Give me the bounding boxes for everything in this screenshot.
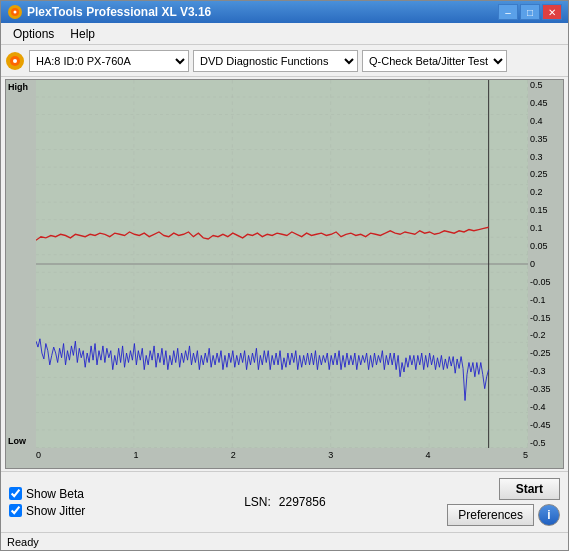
info-button[interactable]: i: [538, 504, 560, 526]
bottom-panel: Show Beta Show Jitter LSN: 2297856 Start…: [1, 471, 568, 532]
test-select[interactable]: Q-Check Beta/Jitter Test: [362, 50, 507, 72]
preferences-button[interactable]: Preferences: [447, 504, 534, 526]
svg-point-2: [14, 11, 17, 14]
show-jitter-checkbox[interactable]: [9, 504, 22, 517]
menu-options[interactable]: Options: [5, 25, 62, 43]
main-window: PlexTools Professional XL V3.16 – □ ✕ Op…: [0, 0, 569, 551]
show-jitter-checkbox-row[interactable]: Show Jitter: [9, 504, 228, 518]
show-jitter-label: Show Jitter: [26, 504, 85, 518]
chart-container: High Low 0.5 0.45 0.4 0.35 0.3 0.25 0.2 …: [5, 79, 564, 469]
maximize-button[interactable]: □: [520, 4, 540, 20]
lsn-value: 2297856: [279, 495, 326, 509]
window-controls: – □ ✕: [498, 4, 562, 20]
chart-drawing: [36, 80, 528, 448]
show-beta-checkbox-row[interactable]: Show Beta: [9, 487, 228, 501]
lsn-label: LSN:: [244, 495, 271, 509]
show-beta-label: Show Beta: [26, 487, 84, 501]
bottom-controls: Show Beta Show Jitter LSN: 2297856 Start…: [9, 478, 560, 526]
menu-bar: Options Help: [1, 23, 568, 45]
show-beta-checkbox[interactable]: [9, 487, 22, 500]
bottom-right: Start Preferences i: [447, 478, 560, 526]
drive-icon: [5, 51, 25, 71]
chart-area: High Low 0.5 0.45 0.4 0.35 0.3 0.25 0.2 …: [1, 77, 568, 471]
minimize-button[interactable]: –: [498, 4, 518, 20]
lsn-row: LSN: 2297856: [228, 495, 447, 509]
drive-select[interactable]: HA:8 ID:0 PX-760A: [29, 50, 189, 72]
preferences-row: Preferences i: [447, 504, 560, 526]
chart-svg: [36, 80, 528, 448]
close-button[interactable]: ✕: [542, 4, 562, 20]
status-text: Ready: [7, 536, 39, 548]
x-axis: 0 1 2 3 4 5: [36, 448, 528, 468]
menu-help[interactable]: Help: [62, 25, 103, 43]
toolbar: HA:8 ID:0 PX-760A DVD Diagnostic Functio…: [1, 45, 568, 77]
start-button[interactable]: Start: [499, 478, 560, 500]
status-bar: Ready: [1, 532, 568, 550]
bottom-left: Show Beta Show Jitter: [9, 487, 228, 518]
chart-label-high: High: [8, 82, 28, 92]
title-bar: PlexTools Professional XL V3.16 – □ ✕: [1, 1, 568, 23]
chart-label-low: Low: [8, 436, 26, 446]
app-icon: [7, 4, 23, 20]
svg-point-5: [13, 59, 17, 63]
function-select[interactable]: DVD Diagnostic Functions: [193, 50, 358, 72]
window-title: PlexTools Professional XL V3.16: [27, 5, 498, 19]
y-axis-right: 0.5 0.45 0.4 0.35 0.3 0.25 0.2 0.15 0.1 …: [528, 80, 563, 448]
